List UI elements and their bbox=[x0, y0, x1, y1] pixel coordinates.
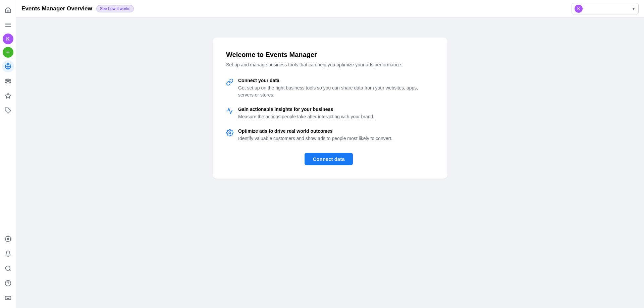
connect-data-button[interactable]: Connect data bbox=[305, 153, 353, 165]
tag-icon[interactable] bbox=[2, 105, 14, 117]
help-icon[interactable] bbox=[2, 277, 14, 289]
menu-icon[interactable] bbox=[2, 19, 14, 31]
account-selector[interactable]: K ▼ bbox=[572, 3, 639, 14]
events-manager-icon[interactable] bbox=[2, 60, 14, 72]
welcome-card: Welcome to Events Manager Set up and man… bbox=[213, 38, 447, 179]
optimize-icon bbox=[226, 129, 233, 138]
star-icon[interactable] bbox=[2, 90, 14, 102]
people-icon[interactable] bbox=[2, 75, 14, 87]
page-title: Events Manager Overview bbox=[21, 5, 92, 12]
svg-point-10 bbox=[7, 238, 9, 240]
svg-line-12 bbox=[9, 270, 10, 271]
user-avatar[interactable]: K bbox=[3, 34, 13, 44]
welcome-subtitle: Set up and manage business tools that ca… bbox=[226, 61, 431, 68]
search-icon[interactable] bbox=[2, 262, 14, 274]
connect-button-wrap: Connect data bbox=[226, 153, 431, 165]
account-avatar: K bbox=[575, 5, 583, 13]
sidebar: K + bbox=[0, 0, 16, 308]
feature-desc-optimize: Identify valuable customers and show ads… bbox=[238, 135, 392, 142]
feature-connect-data: Connect your data Get set up on the righ… bbox=[226, 78, 431, 99]
main-area: Events Manager Overview See how it works… bbox=[16, 0, 644, 308]
chevron-down-icon: ▼ bbox=[632, 6, 636, 11]
svg-point-21 bbox=[229, 132, 231, 134]
feature-title-insights: Gain actionable insights for your busine… bbox=[238, 107, 374, 112]
feature-desc-insights: Measure the actions people take after in… bbox=[238, 113, 374, 120]
content-area: Welcome to Events Manager Set up and man… bbox=[16, 17, 644, 308]
feature-title-connect: Connect your data bbox=[238, 78, 431, 83]
svg-point-7 bbox=[5, 79, 6, 80]
keyboard-icon[interactable] bbox=[2, 292, 14, 304]
svg-rect-15 bbox=[5, 296, 11, 300]
svg-point-11 bbox=[5, 266, 10, 270]
svg-point-5 bbox=[7, 79, 9, 80]
feature-title-optimize: Optimize ads to drive real world outcome… bbox=[238, 128, 392, 134]
feature-optimize: Optimize ads to drive real world outcome… bbox=[226, 128, 431, 142]
see-how-button[interactable]: See how it works bbox=[96, 5, 134, 12]
home-icon[interactable] bbox=[2, 4, 14, 16]
svg-point-6 bbox=[9, 79, 10, 80]
feature-desc-connect: Get set up on the right business tools s… bbox=[238, 84, 431, 99]
svg-marker-8 bbox=[5, 93, 11, 99]
insights-icon bbox=[226, 107, 233, 116]
notification-icon[interactable] bbox=[2, 248, 14, 260]
header-right: K ▼ bbox=[572, 3, 639, 14]
header: Events Manager Overview See how it works… bbox=[16, 0, 644, 17]
feature-insights: Gain actionable insights for your busine… bbox=[226, 107, 431, 120]
settings-icon[interactable] bbox=[2, 233, 14, 245]
connect-data-icon bbox=[226, 78, 233, 87]
add-button[interactable]: + bbox=[3, 47, 13, 58]
welcome-title: Welcome to Events Manager bbox=[226, 51, 431, 59]
